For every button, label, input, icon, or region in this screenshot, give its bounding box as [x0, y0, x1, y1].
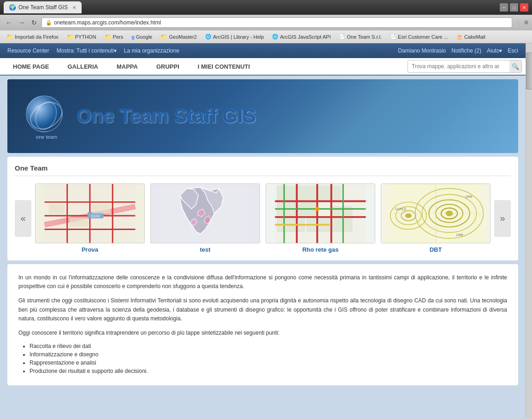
- search-box[interactable]: 🔍: [408, 60, 522, 73]
- bookmark-label: GeoMaster2: [169, 34, 197, 40]
- hero-background-pattern: [212, 79, 518, 153]
- arcgis-top-nav: Resource Center Mostra: Tutti i contenut…: [0, 43, 526, 58]
- search-input[interactable]: [408, 60, 509, 72]
- map-card-prova[interactable]: SS33 Prova: [35, 183, 145, 253]
- map-thumbnail-test: [150, 183, 260, 243]
- list-item-4: Produzione dei risultati e supporto alle…: [30, 368, 507, 374]
- address-input[interactable]: 🔒 oneteam.maps.arcgis.com/home/index.htm…: [41, 18, 512, 28]
- bookmark-label: Pers: [113, 34, 124, 40]
- nav-contenuti[interactable]: I MIEI CONTENUTI: [189, 59, 259, 74]
- bookmark-google[interactable]: g Google: [129, 33, 155, 41]
- folder-icon: 📁: [6, 34, 13, 40]
- tab-title: One Team Staff GIS: [18, 4, 68, 11]
- map-card-dbt[interactable]: 1494 1300 CARILE DBT: [381, 183, 491, 253]
- svg-rect-19: [318, 186, 341, 202]
- bookmark-label: One Team S.r.l.: [347, 34, 382, 40]
- map-card-test[interactable]: test: [150, 183, 260, 253]
- map-carousel: «: [15, 183, 511, 253]
- svg-rect-15: [277, 186, 295, 200]
- bookmark-cakemail[interactable]: 🎂 CakeMail: [454, 33, 488, 41]
- svg-text:1494: 1494: [465, 195, 472, 198]
- svg-rect-12: [92, 204, 110, 213]
- bookmark-label: Importati da Firefox: [15, 34, 59, 40]
- map-thumbnail-prova: SS33: [35, 183, 145, 243]
- map-thumbnail-dbt: 1494 1300 CARILE: [381, 183, 491, 243]
- bookmark-arcgis-js[interactable]: 🌐 ArcGIS JavaScript API: [269, 33, 333, 41]
- esci-link[interactable]: Esci: [508, 47, 518, 54]
- close-button[interactable]: ✕: [520, 3, 528, 12]
- list-item-3: Rappresentazione e analisi: [30, 360, 507, 366]
- bookmark-star-icon[interactable]: ☆: [515, 18, 521, 27]
- google-icon: g: [131, 34, 135, 40]
- browser-menu-icon[interactable]: ≡: [524, 18, 528, 27]
- svg-rect-11: [70, 218, 88, 227]
- aiuto-link[interactable]: Aiuto▾: [487, 47, 502, 54]
- tab-close-icon[interactable]: ✕: [72, 5, 76, 10]
- map-label-prova: Prova: [35, 246, 145, 253]
- carousel-items: SS33 Prova: [35, 183, 491, 253]
- map-thumbnail-rho: [266, 183, 375, 243]
- scrollbar-thumb[interactable]: [526, 53, 532, 89]
- bookmark-label: CakeMail: [464, 34, 485, 40]
- folder-icon: 📁: [105, 34, 112, 40]
- nav-home[interactable]: HOME PAGE: [4, 59, 59, 74]
- forward-button[interactable]: →: [17, 18, 27, 27]
- reload-button[interactable]: ↻: [30, 18, 39, 27]
- browser-titlebar: 🌍 One Team Staff GIS ✕ ─ □ ✕: [0, 0, 532, 15]
- bookmark-label: ArcGIS JavaScript API: [280, 34, 331, 40]
- browser-content: Resource Center Mostra: Tutti i contenut…: [0, 43, 532, 419]
- bookmark-geomaster[interactable]: 📁 GeoMaster2: [158, 33, 200, 41]
- mostra-link[interactable]: Mostra: Tutti i contenuti▾: [57, 47, 117, 54]
- bookmark-label: PYTHON: [75, 34, 96, 40]
- notifiche-link[interactable]: Notifiche (2): [451, 47, 481, 54]
- description-para1: In un mondo in cui l'informatizzazione d…: [18, 273, 507, 291]
- globe-icon: [26, 95, 63, 132]
- lock-icon: 🔒: [46, 20, 52, 26]
- svg-point-43: [405, 213, 412, 218]
- svg-rect-10: [49, 204, 65, 213]
- maximize-button[interactable]: □: [510, 3, 518, 12]
- file-icon: 📄: [339, 34, 345, 40]
- map-label-rho: Rho rete gas: [266, 246, 375, 253]
- minimize-button[interactable]: ─: [500, 3, 508, 12]
- bookmark-oneteam[interactable]: 📄 One Team S.r.l.: [336, 33, 384, 41]
- user-link[interactable]: Damiano Montrasio: [398, 47, 446, 54]
- map-label-dbt: DBT: [381, 246, 491, 253]
- svg-text:SS33: SS33: [91, 214, 100, 218]
- svg-rect-22: [332, 207, 352, 231]
- search-button[interactable]: 🔍: [509, 60, 521, 72]
- description-list: Raccolta e rilievo dei dati Informatizza…: [18, 343, 507, 374]
- nav-gruppi[interactable]: GRUPPI: [147, 59, 189, 74]
- svg-rect-17: [298, 186, 316, 200]
- window-controls: ─ □ ✕: [500, 3, 528, 12]
- map-label-test: test: [150, 246, 260, 253]
- address-bar: ← → ↻ 🔒 oneteam.maps.arcgis.com/home/ind…: [0, 15, 532, 30]
- main-nav: HOME PAGE GALLERIA MAPPA GRUPPI I MIEI C…: [0, 58, 526, 76]
- org-link[interactable]: La mia organizzazione: [124, 47, 179, 54]
- bookmark-esri[interactable]: 📄 Esri Customer Care ...: [387, 33, 451, 41]
- back-button[interactable]: ←: [4, 18, 14, 27]
- nav-mappa[interactable]: MAPPA: [107, 59, 147, 74]
- bookmark-arcgis-lib[interactable]: 🌐 ArcGIS | Library - Help: [202, 33, 266, 41]
- svg-text:1300: 1300: [456, 233, 463, 236]
- address-text: oneteam.maps.arcgis.com/home/index.html: [54, 19, 161, 26]
- list-item-2: Informatizzazione e disegno: [30, 351, 507, 358]
- carousel-next-button[interactable]: »: [494, 200, 511, 237]
- link-icon: 🎂: [456, 34, 463, 40]
- bookmark-label: Google: [136, 34, 152, 40]
- description-para3: Oggi conoscere il territorio significa i…: [18, 329, 507, 337]
- browser-tab[interactable]: 🌍 One Team Staff GIS ✕: [4, 1, 82, 13]
- bookmark-pers[interactable]: 📁 Pers: [102, 33, 126, 41]
- section-title: One Team: [15, 164, 511, 176]
- bookmark-python[interactable]: 📁 PYTHON: [64, 33, 99, 41]
- svg-point-32: [315, 207, 319, 211]
- carousel-prev-button[interactable]: «: [15, 200, 31, 237]
- page-area: Resource Center Mostra: Tutti i contenut…: [0, 43, 526, 419]
- bookmark-importati[interactable]: 📁 Importati da Firefox: [4, 33, 61, 41]
- nav-galleria[interactable]: GALLERIA: [59, 59, 107, 74]
- bookmarks-bar: 📁 Importati da Firefox 📁 PYTHON 📁 Pers g…: [0, 30, 532, 43]
- scrollbar[interactable]: [526, 43, 532, 419]
- resource-center-link[interactable]: Resource Center: [7, 47, 49, 54]
- map-card-rho[interactable]: Rho rete gas: [266, 183, 375, 253]
- description-section: In un mondo in cui l'informatizzazione d…: [7, 264, 518, 385]
